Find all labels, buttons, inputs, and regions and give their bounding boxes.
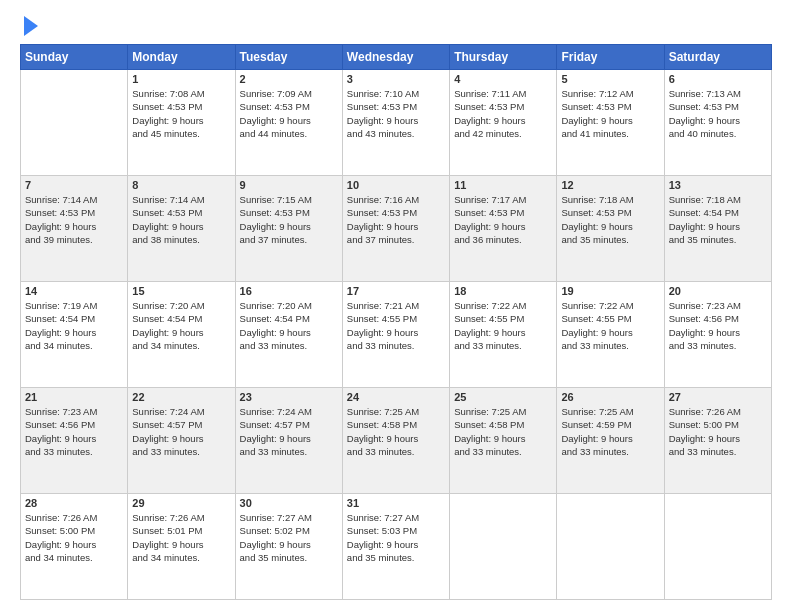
day-number: 12 (561, 179, 659, 191)
calendar-row: 14Sunrise: 7:19 AMSunset: 4:54 PMDayligh… (21, 282, 772, 388)
cell-content: Sunrise: 7:22 AMSunset: 4:55 PMDaylight:… (561, 299, 659, 352)
cell-content: Sunrise: 7:18 AMSunset: 4:53 PMDaylight:… (561, 193, 659, 246)
cell-content: Sunrise: 7:26 AMSunset: 5:00 PMDaylight:… (25, 511, 123, 564)
calendar-cell: 27Sunrise: 7:26 AMSunset: 5:00 PMDayligh… (664, 388, 771, 494)
logo-arrow-icon (24, 16, 38, 36)
cell-content: Sunrise: 7:23 AMSunset: 4:56 PMDaylight:… (669, 299, 767, 352)
day-number: 24 (347, 391, 445, 403)
day-header-thursday: Thursday (450, 45, 557, 70)
calendar-cell: 25Sunrise: 7:25 AMSunset: 4:58 PMDayligh… (450, 388, 557, 494)
day-number: 23 (240, 391, 338, 403)
calendar-cell: 13Sunrise: 7:18 AMSunset: 4:54 PMDayligh… (664, 176, 771, 282)
cell-content: Sunrise: 7:26 AMSunset: 5:01 PMDaylight:… (132, 511, 230, 564)
cell-content: Sunrise: 7:14 AMSunset: 4:53 PMDaylight:… (132, 193, 230, 246)
day-number: 31 (347, 497, 445, 509)
calendar-cell: 29Sunrise: 7:26 AMSunset: 5:01 PMDayligh… (128, 494, 235, 600)
calendar-cell: 24Sunrise: 7:25 AMSunset: 4:58 PMDayligh… (342, 388, 449, 494)
calendar-cell (450, 494, 557, 600)
day-number: 1 (132, 73, 230, 85)
calendar-cell: 12Sunrise: 7:18 AMSunset: 4:53 PMDayligh… (557, 176, 664, 282)
calendar-cell: 26Sunrise: 7:25 AMSunset: 4:59 PMDayligh… (557, 388, 664, 494)
day-number: 30 (240, 497, 338, 509)
cell-content: Sunrise: 7:21 AMSunset: 4:55 PMDaylight:… (347, 299, 445, 352)
calendar-cell: 7Sunrise: 7:14 AMSunset: 4:53 PMDaylight… (21, 176, 128, 282)
logo (20, 18, 38, 36)
calendar-header-row: SundayMondayTuesdayWednesdayThursdayFrid… (21, 45, 772, 70)
calendar-cell: 22Sunrise: 7:24 AMSunset: 4:57 PMDayligh… (128, 388, 235, 494)
cell-content: Sunrise: 7:25 AMSunset: 4:58 PMDaylight:… (347, 405, 445, 458)
day-header-sunday: Sunday (21, 45, 128, 70)
calendar-cell: 16Sunrise: 7:20 AMSunset: 4:54 PMDayligh… (235, 282, 342, 388)
cell-content: Sunrise: 7:08 AMSunset: 4:53 PMDaylight:… (132, 87, 230, 140)
calendar-row: 1Sunrise: 7:08 AMSunset: 4:53 PMDaylight… (21, 70, 772, 176)
day-number: 26 (561, 391, 659, 403)
day-number: 3 (347, 73, 445, 85)
calendar-cell: 10Sunrise: 7:16 AMSunset: 4:53 PMDayligh… (342, 176, 449, 282)
cell-content: Sunrise: 7:10 AMSunset: 4:53 PMDaylight:… (347, 87, 445, 140)
cell-content: Sunrise: 7:12 AMSunset: 4:53 PMDaylight:… (561, 87, 659, 140)
day-number: 13 (669, 179, 767, 191)
cell-content: Sunrise: 7:26 AMSunset: 5:00 PMDaylight:… (669, 405, 767, 458)
cell-content: Sunrise: 7:13 AMSunset: 4:53 PMDaylight:… (669, 87, 767, 140)
calendar-cell: 8Sunrise: 7:14 AMSunset: 4:53 PMDaylight… (128, 176, 235, 282)
calendar-cell: 17Sunrise: 7:21 AMSunset: 4:55 PMDayligh… (342, 282, 449, 388)
cell-content: Sunrise: 7:15 AMSunset: 4:53 PMDaylight:… (240, 193, 338, 246)
calendar-cell: 19Sunrise: 7:22 AMSunset: 4:55 PMDayligh… (557, 282, 664, 388)
cell-content: Sunrise: 7:27 AMSunset: 5:02 PMDaylight:… (240, 511, 338, 564)
calendar-cell: 18Sunrise: 7:22 AMSunset: 4:55 PMDayligh… (450, 282, 557, 388)
cell-content: Sunrise: 7:24 AMSunset: 4:57 PMDaylight:… (240, 405, 338, 458)
calendar-cell: 2Sunrise: 7:09 AMSunset: 4:53 PMDaylight… (235, 70, 342, 176)
cell-content: Sunrise: 7:22 AMSunset: 4:55 PMDaylight:… (454, 299, 552, 352)
day-number: 22 (132, 391, 230, 403)
calendar-cell: 30Sunrise: 7:27 AMSunset: 5:02 PMDayligh… (235, 494, 342, 600)
cell-content: Sunrise: 7:25 AMSunset: 4:59 PMDaylight:… (561, 405, 659, 458)
day-number: 17 (347, 285, 445, 297)
calendar-row: 21Sunrise: 7:23 AMSunset: 4:56 PMDayligh… (21, 388, 772, 494)
calendar-cell: 9Sunrise: 7:15 AMSunset: 4:53 PMDaylight… (235, 176, 342, 282)
calendar-cell: 5Sunrise: 7:12 AMSunset: 4:53 PMDaylight… (557, 70, 664, 176)
day-header-monday: Monday (128, 45, 235, 70)
cell-content: Sunrise: 7:19 AMSunset: 4:54 PMDaylight:… (25, 299, 123, 352)
cell-content: Sunrise: 7:11 AMSunset: 4:53 PMDaylight:… (454, 87, 552, 140)
cell-content: Sunrise: 7:17 AMSunset: 4:53 PMDaylight:… (454, 193, 552, 246)
day-number: 11 (454, 179, 552, 191)
calendar-cell: 20Sunrise: 7:23 AMSunset: 4:56 PMDayligh… (664, 282, 771, 388)
day-number: 27 (669, 391, 767, 403)
day-number: 5 (561, 73, 659, 85)
header (20, 18, 772, 36)
calendar-cell: 14Sunrise: 7:19 AMSunset: 4:54 PMDayligh… (21, 282, 128, 388)
day-number: 20 (669, 285, 767, 297)
calendar-cell (664, 494, 771, 600)
day-number: 25 (454, 391, 552, 403)
day-number: 18 (454, 285, 552, 297)
cell-content: Sunrise: 7:25 AMSunset: 4:58 PMDaylight:… (454, 405, 552, 458)
day-header-friday: Friday (557, 45, 664, 70)
day-number: 4 (454, 73, 552, 85)
day-number: 28 (25, 497, 123, 509)
day-number: 2 (240, 73, 338, 85)
calendar-row: 7Sunrise: 7:14 AMSunset: 4:53 PMDaylight… (21, 176, 772, 282)
cell-content: Sunrise: 7:20 AMSunset: 4:54 PMDaylight:… (240, 299, 338, 352)
day-number: 15 (132, 285, 230, 297)
cell-content: Sunrise: 7:24 AMSunset: 4:57 PMDaylight:… (132, 405, 230, 458)
page: SundayMondayTuesdayWednesdayThursdayFrid… (0, 0, 792, 612)
day-number: 21 (25, 391, 123, 403)
calendar-cell: 11Sunrise: 7:17 AMSunset: 4:53 PMDayligh… (450, 176, 557, 282)
calendar-cell (21, 70, 128, 176)
calendar-cell (557, 494, 664, 600)
calendar-cell: 6Sunrise: 7:13 AMSunset: 4:53 PMDaylight… (664, 70, 771, 176)
day-number: 6 (669, 73, 767, 85)
day-number: 9 (240, 179, 338, 191)
calendar-cell: 23Sunrise: 7:24 AMSunset: 4:57 PMDayligh… (235, 388, 342, 494)
day-number: 16 (240, 285, 338, 297)
calendar-cell: 28Sunrise: 7:26 AMSunset: 5:00 PMDayligh… (21, 494, 128, 600)
day-header-tuesday: Tuesday (235, 45, 342, 70)
calendar-cell: 31Sunrise: 7:27 AMSunset: 5:03 PMDayligh… (342, 494, 449, 600)
day-header-saturday: Saturday (664, 45, 771, 70)
cell-content: Sunrise: 7:14 AMSunset: 4:53 PMDaylight:… (25, 193, 123, 246)
day-number: 19 (561, 285, 659, 297)
cell-content: Sunrise: 7:20 AMSunset: 4:54 PMDaylight:… (132, 299, 230, 352)
cell-content: Sunrise: 7:23 AMSunset: 4:56 PMDaylight:… (25, 405, 123, 458)
calendar-table: SundayMondayTuesdayWednesdayThursdayFrid… (20, 44, 772, 600)
cell-content: Sunrise: 7:09 AMSunset: 4:53 PMDaylight:… (240, 87, 338, 140)
